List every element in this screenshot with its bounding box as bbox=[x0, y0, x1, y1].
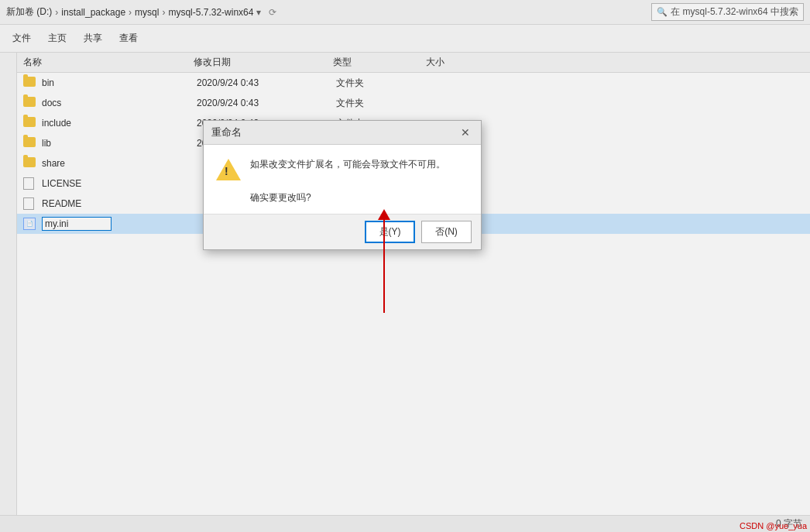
sep1: › bbox=[55, 7, 58, 18]
menu-file[interactable]: 文件 bbox=[5, 29, 39, 48]
dialog-titlebar: 重命名 ✕ bbox=[204, 121, 481, 145]
file-type: 文件夹 bbox=[336, 77, 429, 90]
path-part3[interactable]: mysql-5.7.32-winx64 bbox=[168, 7, 253, 18]
path-part2[interactable]: mysql bbox=[135, 7, 159, 18]
file-date: 2020/9/24 0:43 bbox=[197, 77, 336, 88]
dialog-message-row: 如果改变文件扩展名，可能会导致文件不可用。 bbox=[216, 157, 468, 182]
file-icon bbox=[23, 177, 34, 190]
file-name: LICENSE bbox=[42, 178, 197, 189]
dropdown-icon[interactable]: ▾ bbox=[256, 7, 261, 18]
rename-input[interactable] bbox=[42, 217, 112, 231]
file-date: 2020/9/24 0:43 bbox=[197, 98, 336, 108]
list-item[interactable]: bin 2020/9/24 0:43 文件夹 bbox=[17, 73, 810, 93]
menu-view[interactable]: 查看 bbox=[112, 29, 146, 48]
search-icon: 🔍 bbox=[657, 7, 668, 17]
file-name: lib bbox=[42, 138, 197, 149]
list-item[interactable]: docs 2020/9/24 0:43 文件夹 bbox=[17, 93, 810, 113]
folder-icon bbox=[23, 97, 36, 107]
dialog-close-button[interactable]: ✕ bbox=[458, 126, 473, 139]
file-name: share bbox=[42, 158, 197, 169]
left-sidebar bbox=[0, 53, 17, 515]
search-box[interactable]: 🔍 在 mysql-5.7.32-winx64 中搜索 bbox=[651, 3, 804, 21]
search-label: 在 mysql-5.7.32-winx64 中搜索 bbox=[671, 5, 798, 19]
menu-share[interactable]: 共享 bbox=[76, 29, 110, 48]
dialog-message: 如果改变文件扩展名，可能会导致文件不可用。 bbox=[250, 157, 445, 171]
folder-icon bbox=[23, 157, 36, 167]
file-type: 文件夹 bbox=[336, 97, 429, 110]
dialog-submessage: 确实要更改吗? bbox=[250, 191, 468, 204]
sep2: › bbox=[129, 7, 132, 18]
col-size-header[interactable]: 大小 bbox=[426, 56, 503, 69]
folder-icon bbox=[23, 137, 36, 147]
file-icon bbox=[23, 197, 34, 210]
warning-triangle bbox=[216, 159, 241, 180]
drive-part[interactable]: 新加卷 (D:) bbox=[6, 5, 52, 19]
ini-file-icon: 📄 bbox=[23, 218, 36, 230]
dialog-footer: 是(Y) 否(N) bbox=[204, 214, 481, 249]
file-name: include bbox=[42, 118, 197, 129]
no-button[interactable]: 否(N) bbox=[421, 221, 472, 243]
file-name: README bbox=[42, 198, 197, 209]
path-part1[interactable]: install_package bbox=[61, 7, 125, 18]
rename-area bbox=[42, 217, 112, 231]
title-bar: 新加卷 (D:) › install_package › mysql › mys… bbox=[0, 0, 810, 25]
status-bar: 0 字节 bbox=[0, 515, 810, 532]
col-date-header[interactable]: 修改日期 bbox=[194, 56, 333, 69]
yes-button[interactable]: 是(Y) bbox=[365, 221, 415, 243]
col-name-header[interactable]: 名称 bbox=[23, 56, 194, 69]
folder-icon bbox=[23, 117, 36, 127]
dialog-body: 如果改变文件扩展名，可能会导致文件不可用。 确实要更改吗? bbox=[204, 145, 481, 214]
sep3: › bbox=[162, 7, 165, 18]
file-name: docs bbox=[42, 98, 197, 108]
csdn-watermark: CSDN @yue_yua bbox=[740, 521, 807, 530]
folder-icon bbox=[23, 77, 36, 87]
rename-dialog: 重命名 ✕ 如果改变文件扩展名，可能会导致文件不可用。 确实要更改吗? 是(Y)… bbox=[203, 120, 482, 250]
toolbar: 文件 主页 共享 查看 bbox=[0, 25, 810, 53]
menu-home[interactable]: 主页 bbox=[40, 29, 74, 48]
file-name: bin bbox=[42, 77, 197, 88]
dialog-title: 重命名 bbox=[211, 125, 242, 139]
warning-icon bbox=[216, 157, 241, 182]
column-headers: 名称 修改日期 类型 大小 bbox=[17, 53, 810, 73]
col-type-header[interactable]: 类型 bbox=[333, 56, 426, 69]
breadcrumb: 新加卷 (D:) › install_package › mysql › mys… bbox=[6, 5, 276, 19]
refresh-btn[interactable]: ⟳ bbox=[269, 7, 276, 18]
